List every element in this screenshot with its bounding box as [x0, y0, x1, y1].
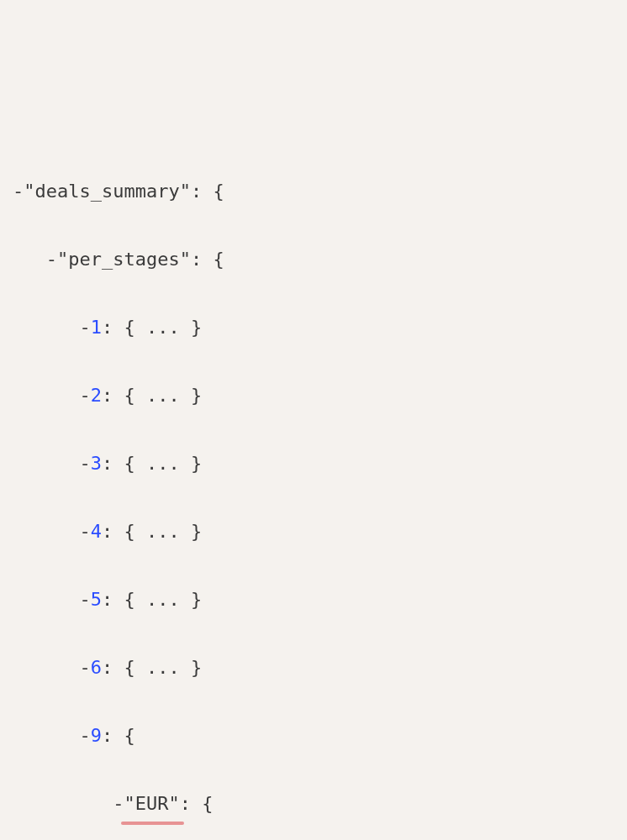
key-stage-9: 9 [91, 725, 102, 746]
line-stage-6: -6: { ... } [13, 651, 614, 685]
collapse-toggle[interactable]: - [79, 317, 90, 338]
ellipsis[interactable]: ... [146, 657, 180, 678]
ellipsis[interactable]: ... [146, 317, 180, 338]
line-stage-9-open: -9: { [13, 719, 614, 753]
key-stage-2: 2 [91, 385, 102, 406]
collapse-toggle[interactable]: - [79, 657, 90, 678]
key-deals-summary: "deals_summary" [24, 181, 191, 202]
key-stage-1: 1 [91, 317, 102, 338]
line-stage-2: -2: { ... } [13, 379, 614, 413]
line-stage-5: -5: { ... } [13, 583, 614, 617]
line-per-stages-open: -"per_stages": { [13, 243, 614, 277]
line-eur-open: -"EUR": { [13, 787, 614, 822]
collapse-toggle[interactable]: - [46, 249, 57, 270]
ellipsis[interactable]: ... [146, 521, 180, 542]
key-stage-5: 5 [91, 589, 102, 610]
colon: : [191, 181, 202, 202]
collapse-toggle[interactable]: - [79, 725, 90, 746]
key-stage-4: 4 [91, 521, 102, 542]
collapse-toggle[interactable]: - [79, 453, 90, 474]
ellipsis[interactable]: ... [146, 385, 180, 406]
brace-open: { [213, 181, 224, 202]
key-eur: "EUR" [124, 787, 179, 822]
brace-open: { [213, 249, 224, 270]
line-root-open: -"deals_summary": { [13, 175, 614, 209]
json-viewer: -"deals_summary": { -"per_stages": { -1:… [13, 140, 614, 840]
ellipsis[interactable]: ... [146, 589, 180, 610]
line-stage-3: -3: { ... } [13, 447, 614, 481]
line-stage-1: -1: { ... } [13, 311, 614, 345]
collapse-toggle[interactable]: - [79, 589, 90, 610]
key-per-stages: "per_stages" [57, 249, 191, 270]
key-stage-6: 6 [91, 657, 102, 678]
line-stage-4: -4: { ... } [13, 515, 614, 549]
collapse-toggle[interactable]: - [13, 181, 24, 202]
key-stage-3: 3 [91, 453, 102, 474]
ellipsis[interactable]: ... [146, 453, 180, 474]
colon: : [191, 249, 202, 270]
collapse-toggle[interactable]: - [79, 385, 90, 406]
collapse-toggle[interactable]: - [79, 521, 90, 542]
collapse-toggle[interactable]: - [113, 793, 124, 814]
